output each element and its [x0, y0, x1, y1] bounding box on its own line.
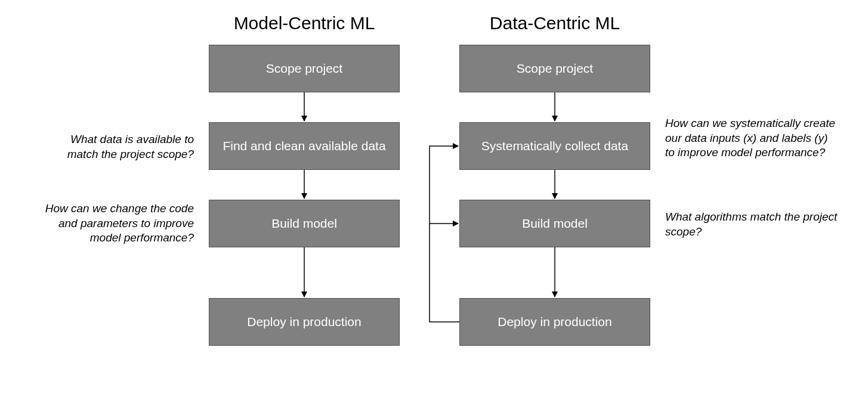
feedback-deploy-to-collect [430, 146, 459, 322]
right-step-build-model: Build model [459, 200, 650, 247]
annotation-right-algorithms: What algorithms match the project scope? [665, 210, 838, 239]
title-data-centric: Data-Centric ML [459, 13, 650, 33]
left-step-deploy: Deploy in production [209, 298, 400, 346]
annotation-left-change-code: How can we change the code and parameter… [39, 201, 194, 246]
right-step-deploy: Deploy in production [459, 298, 650, 346]
annotation-left-data-available: What data is available to match the proj… [39, 132, 194, 162]
annotation-right-systematic-data: How can we systematically create our dat… [665, 116, 838, 160]
left-step-find-clean-data: Find and clean available data [209, 122, 400, 170]
left-step-scope-project: Scope project [209, 45, 400, 92]
right-step-collect-data: Systematically collect data [459, 122, 650, 170]
left-step-build-model: Build model [209, 200, 400, 247]
connectors [0, 0, 868, 397]
diagram-stage: Model-Centric ML Data-Centric ML Scope p… [0, 0, 868, 397]
right-step-scope-project: Scope project [459, 45, 650, 92]
title-model-centric: Model-Centric ML [209, 13, 400, 33]
